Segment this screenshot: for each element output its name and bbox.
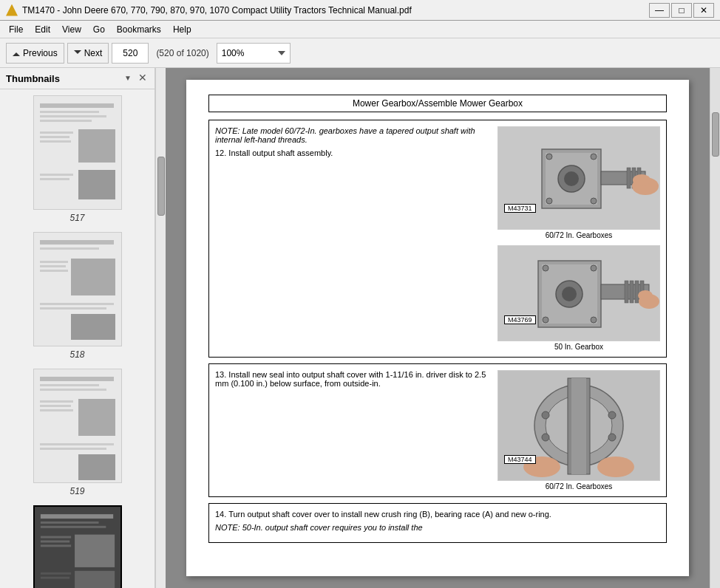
svg-point-94 <box>597 457 634 477</box>
section-2-step13: 13. Install new seal into output shaft c… <box>215 370 490 388</box>
svg-rect-40 <box>40 544 70 547</box>
next-icon <box>74 50 81 58</box>
menu-help[interactable]: Help <box>167 23 197 36</box>
svg-point-80 <box>543 317 549 323</box>
svg-rect-11 <box>40 178 69 180</box>
thumbnail-517[interactable]: 517 <box>3 95 152 223</box>
svg-point-81 <box>591 317 597 323</box>
gearbox-image-3: M43744 <box>497 370 660 481</box>
svg-rect-10 <box>40 174 73 176</box>
sidebar-dropdown-button[interactable]: ▼ <box>122 72 134 84</box>
svg-rect-88 <box>571 378 586 474</box>
svg-point-62 <box>546 154 552 160</box>
svg-point-61 <box>633 174 651 186</box>
svg-rect-37 <box>75 535 115 567</box>
image1-caption: 60/72 In. Gearboxes <box>546 231 613 239</box>
thumbnail-label-517: 517 <box>69 213 84 223</box>
svg-rect-20 <box>40 307 106 310</box>
svg-rect-17 <box>40 265 66 267</box>
page-info: (520 of 1020) <box>152 48 213 58</box>
window-title: TM1470 - John Deere 670, 770, 790, 870, … <box>22 5 412 16</box>
section-1-note: NOTE: Late model 60/72-In. gearboxes hav… <box>215 126 490 144</box>
right-scroll-thumb[interactable] <box>712 112 719 157</box>
section-1-images: M43731 60/72 In. Gearboxes <box>497 126 660 351</box>
svg-point-65 <box>591 198 597 204</box>
next-label: Next <box>84 48 103 58</box>
menu-file[interactable]: File <box>3 23 29 36</box>
sidebar-title: Thumbnails <box>6 73 60 84</box>
sidebar-controls: ▼ ✕ <box>122 72 149 84</box>
svg-rect-35 <box>40 522 98 524</box>
svg-point-78 <box>543 265 549 271</box>
sidebar-header: Thumbnails ▼ ✕ <box>0 68 154 89</box>
close-button[interactable]: ✕ <box>693 3 714 18</box>
thumbnail-image-518 <box>33 232 122 346</box>
title-bar: TM1470 - John Deere 670, 770, 790, 870, … <box>0 0 720 21</box>
thumbnail-label-519: 519 <box>69 486 84 496</box>
svg-rect-57 <box>627 168 631 188</box>
toolbar: Previous Next (520 of 1020) 50% 75% 100%… <box>0 38 720 68</box>
svg-rect-72 <box>625 281 628 303</box>
svg-rect-6 <box>40 131 73 134</box>
menu-view[interactable]: View <box>56 23 87 36</box>
svg-rect-43 <box>40 577 69 579</box>
menu-bookmarks[interactable]: Bookmarks <box>111 23 167 36</box>
svg-rect-7 <box>40 136 69 138</box>
svg-rect-30 <box>40 443 114 445</box>
svg-point-67 <box>564 171 579 186</box>
menu-edit[interactable]: Edit <box>29 23 56 36</box>
sidebar-close-button[interactable]: ✕ <box>137 72 149 84</box>
svg-rect-38 <box>40 536 70 539</box>
image1-label: M43731 <box>504 204 536 213</box>
menu-go[interactable]: Go <box>87 23 111 36</box>
thumbnail-519[interactable]: 519 <box>3 369 152 496</box>
section-2-text: 13. Install new seal into output shaft c… <box>215 370 490 392</box>
thumbnail-image-517 <box>33 95 122 210</box>
svg-rect-74 <box>635 281 639 303</box>
svg-rect-15 <box>71 259 115 295</box>
thumbnail-list: 517 <box>0 89 154 588</box>
menu-bar: File Edit View Go Bookmarks Help <box>0 21 720 38</box>
next-button[interactable]: Next <box>67 43 109 64</box>
svg-rect-3 <box>40 115 106 117</box>
thumbnail-image-519 <box>33 369 122 483</box>
section-1: NOTE: Late model 60/72-In. gearboxes hav… <box>208 120 667 358</box>
right-scrollbar[interactable] <box>710 68 720 588</box>
thumbnail-520[interactable]: 520 <box>3 505 152 588</box>
svg-rect-18 <box>40 270 68 272</box>
svg-point-92 <box>608 434 616 441</box>
svg-point-77 <box>638 290 653 301</box>
svg-rect-2 <box>40 111 99 113</box>
zoom-select[interactable]: 50% 75% 100% 125% 150% 200% <box>217 43 291 64</box>
image3-caption: 60/72 In. Gearboxes <box>546 482 613 490</box>
svg-rect-5 <box>78 129 115 163</box>
svg-rect-41 <box>75 571 115 588</box>
content-area: Mower Gearbox/Assemble Mower Gearbox NOT… <box>166 68 720 588</box>
page-number-input[interactable] <box>112 43 149 64</box>
svg-rect-23 <box>40 377 114 381</box>
svg-point-63 <box>591 154 597 160</box>
sidebar: Thumbnails ▼ ✕ <box>0 68 155 588</box>
svg-rect-39 <box>40 541 69 543</box>
sidebar-scrollbar[interactable] <box>155 68 166 588</box>
svg-rect-25 <box>40 389 106 391</box>
svg-rect-14 <box>40 247 99 250</box>
previous-button[interactable]: Previous <box>6 43 64 64</box>
svg-rect-26 <box>78 399 115 436</box>
thumbnail-518[interactable]: 518 <box>3 232 152 360</box>
svg-rect-73 <box>630 281 634 303</box>
svg-rect-27 <box>40 400 73 403</box>
section-1-step12: 12. Install output shaft assembly. <box>215 148 490 157</box>
svg-rect-29 <box>40 409 73 411</box>
pdf-page: Mower Gearbox/Assemble Mower Gearbox NOT… <box>186 80 689 576</box>
minimize-button[interactable]: — <box>649 3 670 18</box>
svg-rect-42 <box>40 572 70 575</box>
main-layout: Thumbnails ▼ ✕ <box>0 68 720 588</box>
svg-rect-34 <box>40 514 112 519</box>
svg-rect-1 <box>40 103 114 108</box>
sidebar-scroll-thumb[interactable] <box>157 157 165 216</box>
svg-rect-31 <box>40 448 106 450</box>
gearbox-image-2: M43769 <box>497 245 660 341</box>
image3-label: M43744 <box>504 455 536 464</box>
maximize-button[interactable]: □ <box>671 3 692 18</box>
